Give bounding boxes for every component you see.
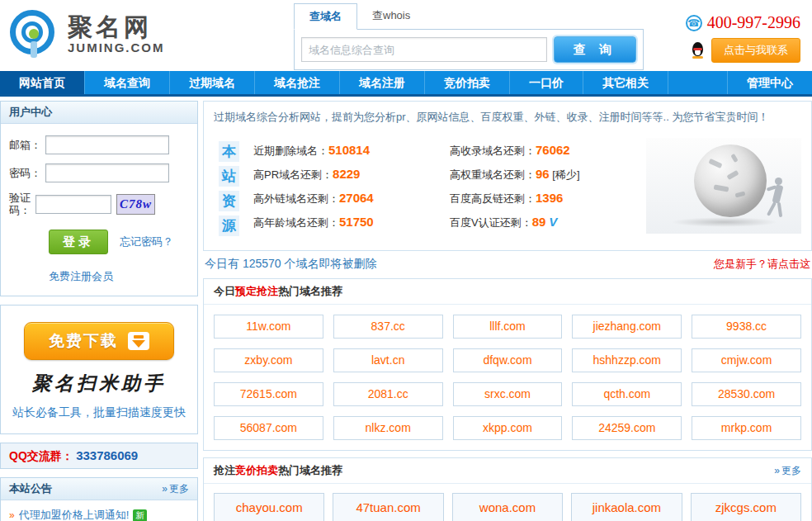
reserve-domain-link[interactable]: xkpp.com (453, 416, 563, 440)
email-field[interactable] (45, 135, 169, 154)
nav-item-domain-register[interactable]: 域名注册 (340, 71, 425, 94)
stat-high-index: 高收录域名还剩：76062 (450, 138, 646, 162)
auction-card-list: chayou.com 当前价格：≈129935元 剩余:1天10小时45分 47… (204, 484, 811, 521)
reserve-domain-link[interactable]: lavt.cn (333, 348, 443, 372)
resource-box: 过期域名综合分析网站，提前为您分析pr、原网站信息、百度权重、外链、收录、注册时… (203, 101, 812, 251)
register-link[interactable]: 免费注册会员 (49, 269, 113, 284)
auction-card[interactable]: zjkcgs.com 当前价格：≈319元 剩余:4小时53分 (691, 493, 801, 521)
auction-card[interactable]: wona.com 当前价格：≈17810元 剩余:10小时41分 (452, 493, 563, 521)
tab-whois-search[interactable]: 查whois (357, 3, 425, 30)
reserve-domain-link[interactable]: zxby.com (214, 348, 323, 372)
reserve-domain-link[interactable]: 11w.com (214, 315, 323, 339)
notice-header: 本站公告 »更多 (1, 478, 197, 500)
notice-title: 本站公告 (9, 478, 52, 500)
auction-card[interactable]: jinkaola.com 当前价格：≈351元 剩余:1天9小时53分 (571, 493, 682, 521)
auction-card[interactable]: chayou.com 当前价格：≈129935元 剩余:1天10小时45分 (214, 493, 324, 521)
search-button[interactable]: 查 询 (554, 36, 636, 63)
site-logo[interactable]: 聚名网 JUMING.COM (8, 8, 165, 59)
tab-domain-search[interactable]: 查域名 (294, 3, 357, 30)
stat-baidu-v: 百度V认证还剩：89V (450, 210, 646, 234)
login-button[interactable]: 登录 (49, 230, 108, 254)
login-form: 邮箱： 密码： 验证码： C78w 登录 忘记密码？ 免费注册会员 (1, 124, 197, 296)
reserve-domain-link[interactable]: 837.cc (333, 315, 443, 339)
captcha-label: 验证码： (9, 192, 35, 216)
auction-domain[interactable]: chayou.com (216, 500, 322, 514)
reserve-domain-link[interactable]: 72615.com (214, 382, 323, 406)
free-download-label: 免费下载 (49, 330, 118, 352)
letter-ball-illustration (646, 138, 801, 234)
reserve-domain-link[interactable]: 28530.com (692, 382, 801, 406)
nav-item-manage-center[interactable]: 管理中心 (727, 71, 812, 94)
stat-high-age: 高年龄域名还剩：51750 (253, 210, 450, 234)
reserve-domain-link[interactable]: 24259.com (572, 416, 682, 440)
tool-title: 聚名扫米助手 (1, 371, 197, 396)
auction-card[interactable]: 47tuan.com 当前价格：≈560元 剩余:1天10小时8分 (333, 493, 443, 521)
nav-item-expired-domains[interactable]: 过期域名 (170, 71, 255, 94)
captcha-image[interactable]: C78w (116, 194, 155, 215)
auction-domain[interactable]: wona.com (455, 500, 560, 514)
qq-contact-button[interactable]: 点击与我联系 (711, 38, 800, 63)
qq-contact-row: 点击与我联系 (635, 38, 800, 63)
captcha-field[interactable] (35, 195, 111, 214)
reserve-domain-link[interactable]: 9938.cc (692, 315, 801, 339)
reserve-domain-link[interactable]: dfqw.com (453, 348, 563, 372)
newbie-help-link[interactable]: 您是新手？请点击这 (714, 257, 810, 272)
nav-item-home[interactable]: 网站首页 (0, 71, 85, 94)
password-label: 密码： (9, 166, 45, 181)
nav-item-other[interactable]: 其它相关 (583, 71, 668, 94)
phone-row: ☎ 400-997-2996 (635, 13, 800, 32)
logo-cn: 聚名网 (68, 14, 165, 40)
reserve-domain-link[interactable]: lllf.com (453, 315, 563, 339)
auction-domain[interactable]: 47tuan.com (335, 500, 441, 514)
notice-more-link[interactable]: »更多 (162, 478, 189, 500)
reserve-domain-link[interactable]: hshhzzp.com (572, 348, 682, 372)
today-delete-count: 今日有 125570 个域名即将被删除 (205, 257, 377, 272)
pushing-person-figure (768, 178, 790, 220)
nav-item-auction[interactable]: 竞价拍卖 (425, 71, 510, 94)
content-wrap: 用户中心 邮箱： 密码： 验证码： C78w 登录 忘记密码 (0, 97, 812, 521)
search-input[interactable] (301, 37, 547, 62)
reserve-header: 今日预定抢注热门域名推荐 (204, 279, 811, 305)
stat-high-weight: 高权重域名还剩：96 [稀少] (450, 162, 646, 186)
reserve-domain-grid: 11w.com 837.cc lllf.com jiezhang.com 993… (204, 305, 811, 450)
auction-domain[interactable]: zjkcgs.com (693, 500, 799, 514)
intro-text: 过期域名综合分析网站，提前为您分析pr、原网站信息、百度权重、外链、收录、注册时… (204, 102, 811, 130)
notice-link[interactable]: 代理加盟价格上调通知! (19, 508, 130, 521)
user-center-title: 用户中心 (9, 102, 52, 123)
reserve-domain-link[interactable]: cmjw.com (692, 348, 801, 372)
resource-stats: 近期删除域名：510814 高PR域名还剩：8229 高外链域名还剩：27064… (253, 138, 646, 240)
qq-group-number: 333786069 (76, 448, 138, 462)
email-label: 邮箱： (9, 138, 45, 153)
reserve-domain-link[interactable]: 56087.com (214, 416, 323, 440)
password-field[interactable] (45, 163, 169, 182)
nav-item-domain-query[interactable]: 域名查询 (85, 71, 170, 94)
qq-group-label: QQ交流群： (9, 449, 73, 462)
auction-more-link[interactable]: »更多 (774, 458, 801, 483)
logo-text: 聚名网 JUMING.COM (68, 14, 165, 54)
reserve-domain-link[interactable]: 2081.cc (333, 382, 443, 406)
reserve-domain-link[interactable]: nlkz.com (333, 416, 443, 440)
forgot-password-link[interactable]: 忘记密码？ (120, 234, 173, 249)
phone-number: 400-997-2996 (707, 13, 800, 32)
reserve-domain-link[interactable]: qcth.com (572, 382, 682, 406)
new-badge: 新 (133, 509, 147, 521)
search-box: 查 询 (294, 29, 644, 70)
chevron-right-icon: » (9, 509, 15, 521)
stat-high-backlink: 高外链域名还剩：27064 (253, 186, 450, 210)
stat-baidu-backlink: 百度高反链还剩：1396 (450, 186, 646, 210)
main-column: 过期域名综合分析网站，提前为您分析pr、原网站信息、百度权重、外链、收录、注册时… (203, 101, 812, 521)
logo-icon (8, 8, 59, 59)
reserve-domain-link[interactable]: jiezhang.com (572, 315, 682, 339)
qq-penguin-icon (691, 42, 705, 59)
nav-item-domain-backorder[interactable]: 域名抢注 (255, 71, 340, 94)
auction-box: 抢注竞价拍卖热门域名推荐 »更多 chayou.com 当前价格：≈129935… (203, 457, 812, 521)
qq-group-bar: QQ交流群： 333786069 (0, 443, 198, 469)
today-row: 今日有 125570 个域名即将被删除 您是新手？请点击这 (205, 257, 810, 272)
contact-block: ☎ 400-997-2996 点击与我联系 (635, 13, 800, 63)
reserve-domain-link[interactable]: mrkp.com (692, 416, 801, 440)
auction-domain[interactable]: jinkaola.com (574, 500, 679, 514)
reserve-domain-link[interactable]: srxc.com (453, 382, 563, 406)
user-center-header: 用户中心 (1, 102, 197, 124)
nav-item-fixed-price[interactable]: 一口价 (510, 71, 583, 94)
free-download-button[interactable]: 免费下载 (24, 322, 174, 360)
